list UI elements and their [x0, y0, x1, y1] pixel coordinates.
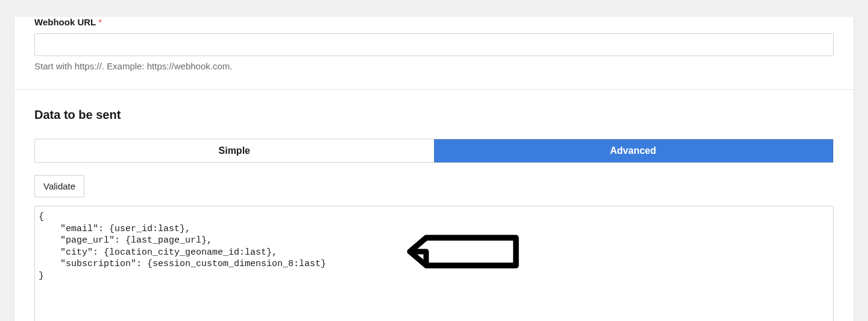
payload-code-editor[interactable]: [34, 206, 834, 321]
webhook-url-label-text: Webhook URL: [34, 17, 96, 27]
tab-advanced[interactable]: Advanced: [434, 139, 834, 162]
mode-tab-group: Simple Advanced: [34, 139, 834, 163]
validate-button[interactable]: Validate: [34, 175, 84, 197]
tab-simple[interactable]: Simple: [35, 139, 434, 162]
webhook-url-label: Webhook URL *: [34, 17, 834, 27]
data-section: Data to be sent Simple Advanced Validate: [14, 90, 854, 321]
data-section-heading: Data to be sent: [34, 108, 834, 122]
webhook-section: Webhook URL * Start with https://. Examp…: [14, 17, 854, 89]
form-panel: Webhook URL * Start with https://. Examp…: [14, 17, 854, 321]
webhook-url-input[interactable]: [34, 33, 834, 56]
webhook-url-helper: Start with https://. Example: https://we…: [34, 61, 834, 71]
required-asterisk: *: [98, 17, 102, 27]
